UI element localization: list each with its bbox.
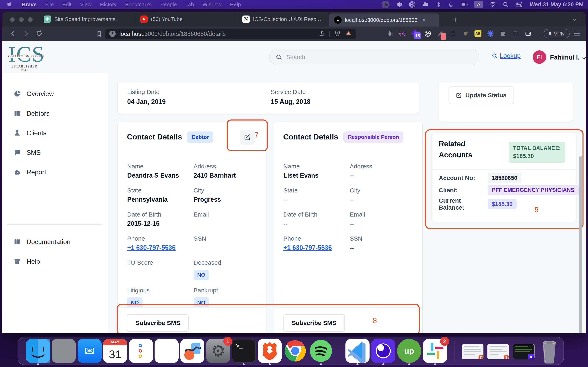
focus-moon-icon[interactable]: [448, 1, 455, 8]
minimized-window-thumbnail[interactable]: [462, 344, 484, 359]
brave-rewards-icon[interactable]: [345, 30, 352, 38]
mail-dock-icon[interactable]: ✉: [78, 339, 102, 363]
sidebar-item-sms[interactable]: SMS: [2, 143, 107, 162]
tab-localhost-active[interactable]: ▲ localhost:3000/debtors/185606 ×: [329, 13, 439, 26]
apple-menu-icon[interactable]: [6, 1, 12, 8]
lookup-link[interactable]: Lookup: [492, 52, 521, 59]
chrome-dock-icon[interactable]: [283, 339, 307, 363]
contact-card-debtor: Contact Details Debtor NameDeandra S Eva…: [117, 122, 267, 333]
terminal-dock-icon[interactable]: >_: [232, 339, 256, 363]
ext-phone-icon[interactable]: [512, 30, 519, 38]
ext-target-icon[interactable]: [424, 30, 432, 38]
share-icon[interactable]: [318, 30, 325, 38]
menu-view[interactable]: View: [80, 1, 91, 8]
page-scrollbar[interactable]: [579, 156, 582, 333]
ext-broadcast-icon[interactable]: [398, 30, 406, 38]
sidebar-item-report[interactable]: Report: [2, 162, 107, 182]
user-avatar[interactable]: FI: [533, 50, 546, 64]
sidebar-item-debtors[interactable]: Debtors: [2, 104, 107, 123]
upwork-dock-icon[interactable]: up: [397, 339, 421, 363]
user-menu-chevron-icon[interactable]: [581, 55, 586, 62]
ext-asterisk-icon[interactable]: [486, 30, 494, 38]
launchpad-dock-icon[interactable]: [52, 339, 76, 363]
ics-logo[interactable]: ICS Collection Service Established 1940: [8, 44, 41, 72]
ext-bug-icon[interactable]: [386, 30, 394, 38]
minimize-window-button[interactable]: [19, 17, 24, 22]
site-info-icon[interactable]: !: [109, 31, 116, 37]
tab-youtube[interactable]: (56) YouTube: [135, 12, 237, 26]
spotify-dock-icon[interactable]: [309, 339, 333, 363]
tab-close-icon[interactable]: ×: [422, 17, 426, 24]
menu-history[interactable]: History: [100, 1, 117, 8]
tab-label: ICS-Collection UI/UX Resolutions: [253, 16, 323, 22]
ext-sync-icon[interactable]: [449, 30, 457, 38]
freeform-dock-icon[interactable]: [180, 339, 204, 363]
ext-wallet-icon[interactable]: [524, 30, 532, 38]
vscode-dock-icon[interactable]: [346, 339, 370, 363]
spotlight-icon[interactable]: [502, 1, 509, 8]
volume-icon[interactable]: [396, 1, 403, 8]
calendar-dock-icon[interactable]: MAY 31: [103, 339, 127, 363]
lookup-label[interactable]: Lookup: [500, 52, 521, 59]
forward-button[interactable]: [22, 30, 30, 39]
menu-people[interactable]: People: [160, 1, 177, 8]
menu-brave[interactable]: Brave: [22, 1, 36, 8]
window-controls[interactable]: [10, 17, 33, 22]
reload-button[interactable]: [35, 30, 43, 39]
minimized-window-thumbnail[interactable]: [487, 344, 509, 359]
menu-tab[interactable]: Tab: [185, 1, 194, 8]
sidebar-item-documentation[interactable]: Documentation: [2, 232, 107, 252]
wifi-icon[interactable]: [489, 1, 496, 8]
back-button[interactable]: [9, 30, 17, 39]
tab-search-chevron-icon[interactable]: [572, 16, 578, 23]
vpn-button[interactable]: VPN: [544, 29, 570, 38]
zoom-window-button[interactable]: [28, 17, 33, 22]
sidebar-item-clients[interactable]: Clients: [2, 123, 107, 143]
insomnia-dock-icon[interactable]: [371, 339, 395, 363]
bookmark-icon[interactable]: [96, 30, 103, 39]
menu-edit[interactable]: Edit: [62, 1, 71, 8]
global-search[interactable]: [269, 49, 479, 65]
control-center-icon[interactable]: [515, 1, 522, 8]
notion-favicon: N: [242, 16, 250, 23]
user-name[interactable]: Fahimul I.: [550, 54, 580, 61]
ext-puzzle-icon[interactable]: [499, 30, 507, 38]
airdrop-icon[interactable]: [409, 1, 416, 8]
ext-eyedropper-icon[interactable]: [437, 30, 444, 38]
menubar-up-app-icon[interactable]: Up: [382, 1, 389, 8]
update-status-button[interactable]: Update Status: [449, 86, 514, 104]
ext-bug2-icon[interactable]: [462, 30, 470, 38]
close-window-button[interactable]: [10, 17, 15, 22]
tab-notion[interactable]: N ICS-Collection UI/UX Resolutions: [237, 12, 329, 26]
menu-window[interactable]: Window: [203, 1, 221, 8]
minimized-terminal-thumbnail[interactable]: [513, 344, 535, 359]
slack-dock-icon[interactable]: 2: [423, 339, 447, 363]
system-settings-dock-icon[interactable]: ⚙1: [206, 339, 230, 363]
input-source-icon[interactable]: A: [474, 1, 483, 8]
notes-dock-icon[interactable]: [155, 339, 179, 363]
ext-diamond-icon[interactable]: 15: [411, 30, 419, 38]
tab-site-speed[interactable]: Site Speed Improvements.: [38, 12, 135, 26]
battery-icon[interactable]: [461, 1, 468, 8]
ext-grammarly-icon[interactable]: AB: [475, 30, 481, 37]
trash-dock-icon[interactable]: [538, 339, 561, 365]
cloudflare-icon[interactable]: [422, 1, 429, 8]
brave-shields-icon[interactable]: [334, 30, 341, 38]
finder-dock-icon[interactable]: [26, 339, 50, 363]
brave-dock-icon[interactable]: [258, 339, 282, 363]
phone-link[interactable]: +1 630-797-5536: [127, 244, 176, 251]
address-bar[interactable]: ! localhost:3000/debtors/18560650/detail…: [105, 29, 356, 39]
browser-menu-icon[interactable]: [574, 31, 580, 36]
phone-link[interactable]: +1 630-797-5536: [283, 244, 332, 251]
menubar-clock[interactable]: Wed 31 May 6:20 PM: [530, 1, 584, 8]
bluetooth-icon[interactable]: [435, 1, 442, 8]
menu-help[interactable]: Help: [230, 1, 241, 8]
menu-bookmarks[interactable]: Bookmarks: [125, 1, 152, 8]
edit-icon: [456, 92, 462, 98]
new-tab-button[interactable]: +: [452, 14, 458, 25]
sidebar-item-overview[interactable]: Overview: [2, 84, 107, 104]
sidebar-item-help[interactable]: Help: [2, 252, 107, 271]
menu-file[interactable]: File: [45, 1, 54, 8]
reminders-dock-icon[interactable]: [129, 339, 153, 363]
search-input[interactable]: [286, 54, 473, 60]
